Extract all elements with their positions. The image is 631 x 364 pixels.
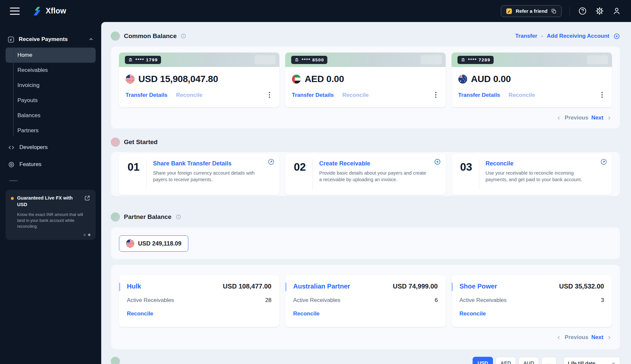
chevron-left-icon[interactable]	[556, 335, 562, 340]
add-receiving-account-link[interactable]: Add Receiving Account	[547, 33, 609, 39]
info-icon[interactable]	[180, 33, 186, 39]
balance-amount: AED 0.00	[305, 74, 344, 84]
info-icon[interactable]	[175, 214, 181, 220]
partner-card-hulk: Hulk USD 108,477.00 Active Receivables 2…	[119, 275, 279, 327]
open-circle-arrow-icon[interactable]	[268, 158, 275, 165]
refer-a-friend-button[interactable]: Refer a friend	[501, 5, 562, 17]
sidebar-item-receivables[interactable]: Receivables	[6, 63, 96, 78]
promo-body: Know the exact INR amount that will land…	[17, 212, 90, 229]
promo-carousel-dots	[11, 234, 90, 236]
step-description: Share your foreign currency account deta…	[153, 170, 261, 183]
chevron-left-icon[interactable]	[556, 115, 562, 121]
common-balance-panel: **** 1799	[111, 46, 620, 129]
sidebar-item-features[interactable]: Features	[0, 157, 101, 172]
transfer-details-link[interactable]: Transfer Details	[126, 92, 168, 98]
currency-tab-aud[interactable]: AUD	[519, 357, 539, 364]
step-title-link[interactable]: Reconcile	[485, 160, 594, 167]
sidebar-item-home[interactable]: Home	[6, 48, 96, 63]
currency-tab-aed[interactable]: AED	[496, 357, 516, 364]
external-link-icon[interactable]	[84, 195, 90, 201]
promo-card[interactable]: Guaranteed Live FX with USD Know the exa…	[6, 190, 96, 240]
reconcile-link[interactable]: Reconcile	[459, 310, 486, 317]
help-button[interactable]	[578, 7, 587, 16]
partner-card-shoe-power: Shoe Power USD 35,532.00 Active Receivab…	[452, 275, 612, 327]
open-circle-arrow-icon[interactable]	[600, 158, 607, 165]
usd-balance-chip[interactable]: USD 249,118.09	[119, 235, 188, 252]
sidebar-group-label: Receive Payments	[19, 36, 84, 43]
step-card-create-receivable[interactable]: 02 Create Receivable Provide basic detai…	[285, 154, 446, 195]
currency-filter-group: USD AED AUD … Life till date	[473, 357, 620, 364]
active-receivables-count: 3	[601, 297, 604, 304]
carousel-dot[interactable]	[83, 234, 86, 236]
reconcile-link[interactable]: Reconcile	[509, 92, 535, 98]
get-started-title: Get Started	[124, 139, 157, 146]
currency-tab-usd[interactable]: USD	[473, 357, 493, 364]
partner-balance-amount: USD 249,118.09	[138, 240, 181, 247]
sidebar-item-developers[interactable]: Developers	[0, 139, 101, 155]
period-filter-select[interactable]: Life till date	[564, 357, 620, 364]
sidebar-item-partners[interactable]: Partners	[6, 123, 96, 138]
us-flag-icon	[126, 239, 134, 248]
plus-circle-icon[interactable]	[613, 33, 620, 40]
step-title-link[interactable]: Create Receivable	[319, 160, 427, 167]
step-title-link[interactable]: Share Bank Transfer Details	[153, 160, 261, 167]
reconcile-link[interactable]: Reconcile	[342, 92, 369, 98]
sidebar-item-invoicing[interactable]: Invoicing	[6, 78, 96, 93]
sidebar-submenu: Home Receivables Invoicing Payouts Balan…	[0, 48, 101, 138]
get-started-header: Get Started	[111, 137, 620, 148]
topbar-divider	[570, 7, 570, 15]
reconcile-link[interactable]: Reconcile	[127, 310, 153, 317]
transfer-details-link[interactable]: Transfer Details	[458, 92, 500, 98]
settings-button[interactable]	[595, 7, 604, 16]
next-button[interactable]: Next	[591, 334, 603, 341]
balance-card-aed: **** 8500	[285, 53, 446, 107]
transfer-details-link[interactable]: Transfer Details	[292, 92, 334, 98]
transfer-link[interactable]: Transfer	[515, 33, 537, 39]
step-card-reconcile[interactable]: 03 Reconcile Use your receivable to reco…	[452, 154, 612, 195]
plus-circle-icon[interactable]	[434, 158, 441, 165]
reconcile-link[interactable]: Reconcile	[176, 92, 202, 98]
chevron-right-icon[interactable]	[606, 335, 612, 340]
step-divider	[313, 159, 313, 190]
sidebar-group-receive-payments[interactable]: Receive Payments	[0, 34, 101, 45]
carousel-dot[interactable]	[88, 234, 90, 236]
card-strip: **** 7289	[452, 53, 612, 67]
au-flag-icon	[458, 75, 467, 84]
kebab-menu-icon[interactable]	[599, 92, 605, 99]
profile-button[interactable]	[612, 7, 621, 16]
sidebar-item-balances[interactable]: Balances	[6, 108, 96, 123]
bank-icon	[294, 57, 299, 62]
xflow-logo-icon	[32, 6, 42, 16]
partners-panel: Hulk USD 108,477.00 Active Receivables 2…	[111, 265, 620, 350]
step-description: Provide basic details about your payers …	[319, 170, 427, 183]
balance-amount: AUD 0.00	[471, 74, 511, 84]
partner-balance-title: Partner Balance	[124, 213, 172, 221]
hamburger-menu-icon[interactable]	[10, 8, 20, 15]
partner-balance-header: Partner Balance	[111, 211, 620, 223]
previous-button[interactable]: Previous	[565, 334, 588, 341]
chevron-up-icon[interactable]	[88, 36, 94, 42]
currency-tab-more[interactable]: …	[542, 357, 556, 364]
chevron-right-icon[interactable]	[606, 115, 612, 121]
next-section-avatar	[111, 357, 120, 364]
next-button[interactable]: Next	[591, 115, 603, 121]
kebab-menu-icon[interactable]	[432, 92, 439, 99]
reconcile-link[interactable]: Reconcile	[293, 310, 319, 317]
code-icon	[8, 144, 15, 151]
features-label: Features	[19, 161, 41, 168]
brand-logo[interactable]: Xflow	[32, 6, 66, 16]
kebab-menu-icon[interactable]	[266, 92, 273, 99]
balance-amount: USD 15,908,047.80	[138, 74, 218, 84]
partner-name-link[interactable]: Hulk	[127, 283, 141, 290]
previous-button[interactable]: Previous	[565, 115, 588, 121]
app-root: Xflow Refer a friend	[0, 0, 631, 364]
partners-pagination: Previous Next	[119, 333, 612, 341]
partner-name-link[interactable]: Australian Partner	[293, 283, 350, 290]
person-icon	[612, 7, 621, 15]
common-balance-avatar	[111, 32, 120, 41]
step-card-share-details[interactable]: 01 Share Bank Transfer Details Share you…	[119, 154, 279, 195]
bank-icon	[461, 57, 465, 62]
partner-balance-selector-panel: USD 249,118.09	[111, 227, 620, 259]
sidebar-item-payouts[interactable]: Payouts	[6, 93, 96, 108]
partner-name-link[interactable]: Shoe Power	[459, 283, 497, 290]
